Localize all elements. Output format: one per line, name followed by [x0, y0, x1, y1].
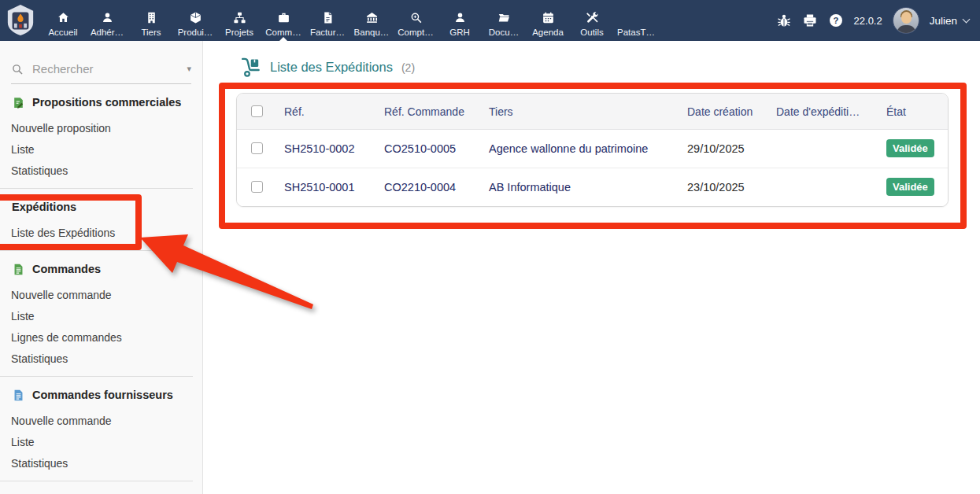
- menu-item-produi[interactable]: Produi…: [173, 0, 217, 41]
- thirdparty-link[interactable]: AB Informatique: [489, 181, 571, 194]
- row-checkbox[interactable]: [251, 142, 263, 154]
- menu-item-patast[interactable]: PatasT…: [614, 0, 658, 41]
- shipment-ref-link-cell: SH2510-0002: [284, 142, 384, 155]
- sidebar-item-statistiques[interactable]: Statistiques: [0, 348, 202, 370]
- sidebar-section-header[interactable]: Commandes: [0, 262, 202, 276]
- menu-item-label: Accueil: [48, 28, 77, 37]
- user-menu[interactable]: Julien: [930, 15, 969, 27]
- menu-item-label: Outils: [580, 28, 603, 37]
- search-input[interactable]: [31, 61, 179, 76]
- top-menubar: AccueilAdhér…TiersProdui…ProjetsComm…Fac…: [0, 0, 980, 41]
- menu-item-label: Produi…: [178, 28, 213, 37]
- bug-report-icon[interactable]: [776, 13, 792, 28]
- date-creation-cell: 29/10/2025: [687, 142, 745, 155]
- sidebar-section-title: Propositions commerciales: [32, 96, 181, 109]
- sidebar-item-nouvelle-proposition[interactable]: Nouvelle proposition: [0, 118, 202, 139]
- sidebar-section-commandes-fournisseurs: Commandes fournisseursNouvelle commandeL…: [0, 388, 202, 474]
- sidebar-section-propositions-commerciales: Propositions commercialesNouvelle propos…: [0, 95, 202, 182]
- column-header-tat[interactable]: État: [886, 105, 948, 118]
- menu-item-label: Tiers: [141, 28, 161, 37]
- column-header-r-f-commande[interactable]: Réf. Commande: [384, 105, 489, 118]
- commerce-icon: [277, 11, 290, 24]
- proposal-icon: [12, 96, 25, 109]
- status-badge: Validée: [886, 178, 934, 196]
- sidebar-divider: [0, 376, 193, 377]
- user-name: Julien: [930, 15, 957, 27]
- menu-item-docu[interactable]: Docu…: [482, 0, 526, 41]
- order-ref-link[interactable]: CO2510-0005: [384, 142, 456, 155]
- print-icon[interactable]: [802, 13, 818, 28]
- sidebar-item-nouvelle-commande[interactable]: Nouvelle commande: [0, 411, 202, 432]
- sidebar-item-statistiques[interactable]: Statistiques: [0, 453, 202, 474]
- documents-icon: [497, 11, 511, 24]
- row-checkbox-cell: [237, 142, 284, 154]
- topbar-right: 22.0.2 Julien: [776, 0, 980, 41]
- menu-item-tiers[interactable]: Tiers: [129, 0, 173, 41]
- shipment-ref-link[interactable]: SH2510-0002: [284, 142, 355, 155]
- sidebar-item-lignes-de-commandes[interactable]: Lignes de commandes: [0, 327, 202, 348]
- table-body: SH2510-0002CO2510-0005Agence wallonne du…: [237, 130, 948, 206]
- project-icon: [233, 11, 246, 24]
- table-header-row: Réf.Réf. CommandeTiersDate créationDate …: [237, 94, 948, 130]
- select-all-checkbox[interactable]: [251, 105, 263, 117]
- menu-item-label: Adhér…: [91, 28, 124, 37]
- date-creation-cell-cell: 29/10/2025: [687, 142, 776, 155]
- avatar[interactable]: [893, 7, 919, 34]
- sidebar-item-liste[interactable]: Liste: [0, 139, 202, 160]
- invoice-icon: [321, 11, 335, 24]
- menu-item-label: Agenda: [532, 28, 564, 37]
- accounting-icon: [409, 11, 423, 24]
- date-creation-cell-cell: 23/10/2025: [687, 181, 776, 194]
- shipment-ref-link[interactable]: SH2510-0001: [284, 181, 355, 194]
- menu-item-accueil[interactable]: Accueil: [41, 0, 85, 41]
- table-row: SH2510-0002CO2510-0005Agence wallonne du…: [237, 130, 948, 168]
- sidebar-section-commandes: CommandesNouvelle commandeListeLignes de…: [0, 262, 202, 370]
- sidebar-item-liste[interactable]: Liste: [0, 432, 202, 453]
- sidebar-section-links: Nouvelle propositionListeStatistiques: [0, 118, 202, 182]
- thirdparty-link-cell: Agence wallonne du patrimoine: [489, 142, 687, 155]
- order-ref-link[interactable]: CO2210-0004: [384, 181, 456, 194]
- menu-item-agenda[interactable]: Agenda: [526, 0, 570, 41]
- menu-item-grh[interactable]: GRH: [438, 0, 482, 41]
- sidebar-item-liste-des-exp-ditions[interactable]: Liste des Expéditions: [0, 223, 202, 244]
- column-header-date-cr-ation[interactable]: Date création: [687, 105, 776, 118]
- menu-item-adh-r[interactable]: Adhér…: [85, 0, 129, 41]
- thirdparty-link[interactable]: Agence wallonne du patrimoine: [489, 142, 648, 155]
- sidebar-item-liste[interactable]: Liste: [0, 306, 202, 327]
- menu-item-banqu[interactable]: Banqu…: [349, 0, 394, 41]
- menu-item-label: Projets: [225, 28, 253, 37]
- sidebar-item-nouvelle-commande[interactable]: Nouvelle commande: [0, 285, 202, 306]
- menu-item-comm[interactable]: Comm…: [261, 0, 305, 41]
- page-title-row: Liste des Expéditions (2): [240, 57, 415, 78]
- menu-item-label: Comm…: [265, 28, 301, 37]
- menu-item-label: Banqu…: [354, 28, 390, 37]
- row-checkbox[interactable]: [251, 181, 263, 193]
- shipments-table: Réf.Réf. CommandeTiersDate créationDate …: [236, 93, 949, 207]
- sidebar-divider: [0, 250, 193, 251]
- no-icon: [630, 11, 643, 24]
- order-ref-link-cell: CO2510-0005: [384, 142, 489, 155]
- column-header-date-d-exp-diti[interactable]: Date d'expéditi…: [776, 105, 886, 118]
- sidebar-section-header[interactable]: Expéditions: [0, 200, 202, 214]
- menu-item-compt[interactable]: Compt…: [394, 0, 438, 41]
- sidebar-section-header[interactable]: Propositions commerciales: [0, 95, 202, 109]
- main-content: Liste des Expéditions (2) 25 ▾ Réf.Réf. …: [203, 41, 980, 494]
- sidebar-section-header[interactable]: Commandes fournisseurs: [0, 388, 202, 402]
- help-icon[interactable]: [828, 13, 844, 28]
- menu-item-label: PatasT…: [617, 28, 655, 37]
- menu-item-factur[interactable]: Factur…: [305, 0, 349, 41]
- supplier-order-icon: [12, 389, 25, 402]
- app-logo[interactable]: [0, 0, 41, 41]
- status-cell: Validée: [886, 139, 948, 157]
- menu-item-outils[interactable]: Outils: [570, 0, 614, 41]
- search-icon: [11, 63, 24, 76]
- column-header-tiers[interactable]: Tiers: [489, 105, 687, 118]
- menu-item-projets[interactable]: Projets: [217, 0, 261, 41]
- column-header-r-f[interactable]: Réf.: [284, 105, 384, 118]
- table-row: SH2510-0001CO2210-0004AB Informatique23/…: [237, 168, 948, 207]
- search-dropdown-caret-icon[interactable]: ▾: [187, 65, 191, 73]
- shipment-ref-link-cell: SH2510-0001: [284, 181, 384, 194]
- status-cell: Validée: [886, 178, 948, 196]
- sidebar-item-statistiques[interactable]: Statistiques: [0, 160, 202, 182]
- thirdparty-link-cell: AB Informatique: [489, 181, 687, 194]
